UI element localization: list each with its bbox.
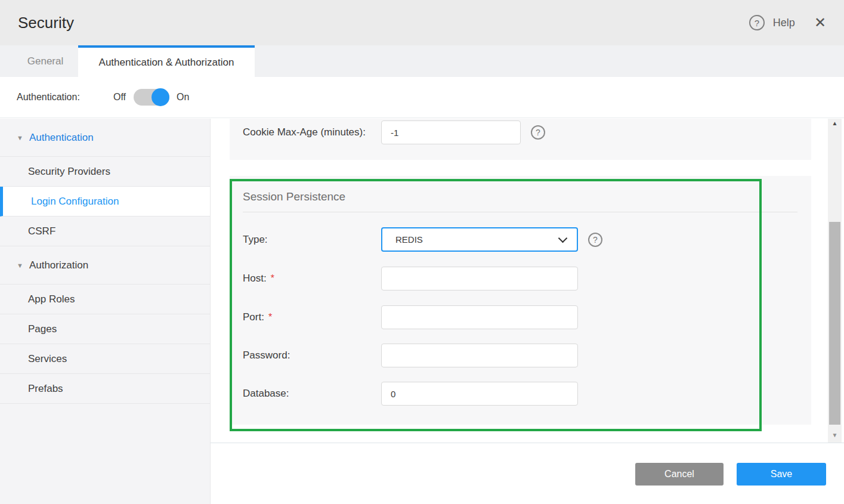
field-label-text: Type: <box>243 234 268 246</box>
cancel-button[interactable]: Cancel <box>635 463 724 486</box>
tab-general[interactable]: General <box>13 45 78 77</box>
sidebar-item-security-providers[interactable]: Security Providers <box>0 157 210 187</box>
dialog-header: Security ? Help ✕ <box>0 0 844 45</box>
type-label: Type: <box>243 227 268 252</box>
field-label-text: Host: <box>243 273 267 285</box>
toggle-on-label: On <box>177 92 189 103</box>
help-button[interactable]: Help <box>773 17 795 29</box>
field-label-text: Cookie Max-Age (minutes): <box>243 126 366 138</box>
database-label: Database: <box>243 382 289 406</box>
scroll-down-icon[interactable]: ▼ <box>828 432 842 441</box>
page-title: Security <box>18 0 74 45</box>
tab-bar: General Authentication & Authorization <box>0 45 844 77</box>
section-title: Session Persistence <box>243 190 345 203</box>
password-label: Password: <box>243 344 290 367</box>
session-persistence-panel: Session Persistence Type: REDIS ? Host: … <box>230 176 811 425</box>
help-circle-icon[interactable]: ? <box>531 125 545 140</box>
sidebar-item-services[interactable]: Services <box>0 344 210 374</box>
port-label: Port: * <box>243 305 272 329</box>
scrollbar-thumb[interactable] <box>829 222 840 425</box>
scroll-up-icon[interactable]: ▲ <box>828 120 842 129</box>
cookie-max-age-input[interactable] <box>381 120 521 144</box>
type-select[interactable]: REDIS <box>381 227 578 252</box>
expand-triangle-icon: ▼ <box>17 262 23 269</box>
dialog-footer: Cancel Save <box>211 443 844 504</box>
sidebar-section-authorization[interactable]: ▼ Authorization <box>0 246 210 285</box>
help-circle-icon[interactable]: ? <box>588 233 602 247</box>
settings-sidebar: ▼ Authentication Security Providers Logi… <box>0 119 211 504</box>
sidebar-item-csrf[interactable]: CSRF <box>0 217 210 246</box>
security-dialog: Security ? Help ✕ General Authentication… <box>0 0 844 504</box>
sidebar-item-app-roles[interactable]: App Roles <box>0 285 210 314</box>
content-scroll-area: Cookie Max-Age (minutes): ? Session Pers… <box>211 119 828 443</box>
cookie-settings-panel: Cookie Max-Age (minutes): ? <box>230 119 811 160</box>
expand-triangle-icon: ▼ <box>17 134 23 141</box>
authentication-toggle-label: Authentication: <box>17 92 80 103</box>
chevron-down-icon <box>558 233 568 243</box>
required-asterisk: * <box>271 273 274 284</box>
authentication-toggle-row: Authentication: Off On <box>0 77 844 118</box>
authentication-toggle[interactable] <box>134 89 169 106</box>
port-input[interactable] <box>381 305 578 329</box>
sidebar-section-label: Authorization <box>29 259 88 271</box>
section-divider <box>243 212 797 212</box>
sidebar-item-login-configuration[interactable]: Login Configuration <box>0 187 210 217</box>
password-input[interactable] <box>381 344 578 367</box>
sidebar-section-authentication[interactable]: ▼ Authentication <box>0 119 210 157</box>
sidebar-item-pages[interactable]: Pages <box>0 314 210 344</box>
help-circle-icon[interactable]: ? <box>749 15 765 30</box>
close-icon[interactable]: ✕ <box>814 16 826 30</box>
toggle-knob <box>152 88 169 106</box>
database-input[interactable] <box>381 382 578 406</box>
toggle-off-label: Off <box>113 92 126 103</box>
host-input[interactable] <box>381 267 578 290</box>
field-label-text: Database: <box>243 388 289 400</box>
sidebar-section-label: Authentication <box>29 132 94 144</box>
save-button[interactable]: Save <box>737 463 826 486</box>
vertical-scrollbar[interactable]: ▲ ▼ <box>828 119 842 443</box>
header-actions: ? Help ✕ <box>749 0 826 45</box>
required-asterisk: * <box>268 312 272 323</box>
cookie-max-age-label: Cookie Max-Age (minutes): <box>243 120 366 144</box>
field-label-text: Port: <box>243 311 264 323</box>
sidebar-item-prefabs[interactable]: Prefabs <box>0 374 210 404</box>
tab-authentication-authorization[interactable]: Authentication & Authorization <box>78 45 255 77</box>
host-label: Host: * <box>243 267 274 290</box>
type-select-value: REDIS <box>382 234 559 245</box>
field-label-text: Password: <box>243 350 290 361</box>
